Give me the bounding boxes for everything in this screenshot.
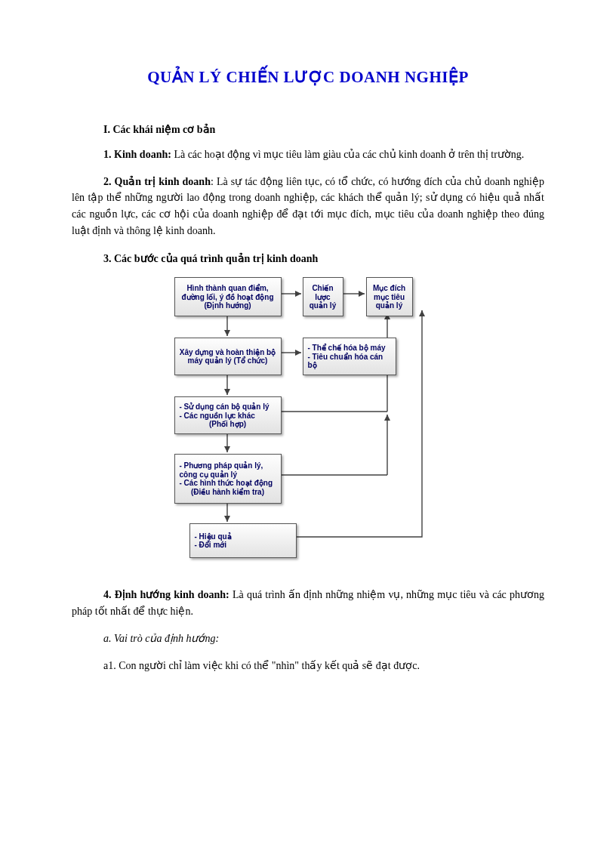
sub-a1: a1. Con người chỉ làm việc khi có thể "n… xyxy=(72,658,544,674)
flow-box-7-l3: (Điều hành kiểm tra) xyxy=(180,488,276,497)
flow-box-4: Xây dựng và hoàn thiện bộ máy quản lý (T… xyxy=(174,338,282,375)
flowchart-container: Hình thành quan điểm, đường lối, ý đồ ho… xyxy=(72,276,544,570)
flow-box-4-text: Xây dựng và hoàn thiện bộ máy quản lý (T… xyxy=(180,348,276,365)
flow-box-1: Hình thành quan điểm, đường lối, ý đồ ho… xyxy=(174,277,282,316)
document-page: QUẢN LÝ CHIẾN LƯỢC DOANH NGHIỆP I. Các k… xyxy=(0,0,616,729)
flow-box-5: - Thể chế hóa bộ máy - Tiêu chuẩn hóa cá… xyxy=(303,338,396,375)
flow-box-5-l1: - Thể chế hóa bộ máy xyxy=(308,344,391,353)
def2-label: 2. Quản trị kinh doanh xyxy=(103,176,211,187)
flow-box-6-l3: (Phối hợp) xyxy=(180,420,276,429)
flow-box-8-l1: - Hiệu quả xyxy=(195,532,291,541)
def4-label: 4. Định hướng kinh doanh: xyxy=(103,589,229,600)
flow-box-8: - Hiệu quả - Đổi mới xyxy=(189,523,297,558)
flow-box-7-l2: - Các hình thức hoạt động xyxy=(180,479,276,488)
flow-box-1-text: Hình thành quan điểm, đường lối, ý đồ ho… xyxy=(180,284,276,310)
definition-2: 2. Quản trị kinh doanh: Là sự tác động l… xyxy=(72,174,544,239)
flow-box-2: Chiến lược quản lý xyxy=(303,277,343,316)
flow-box-8-l2: - Đổi mới xyxy=(195,541,291,550)
sub-a1-text: a1. Con người chỉ làm việc khi có thể "n… xyxy=(103,660,420,671)
flow-box-5-l2: - Tiêu chuẩn hóa cán bộ xyxy=(308,353,391,370)
flow-box-3-text: Mục đích mục tiêu quản lý xyxy=(371,284,408,310)
flow-box-7: - Phương pháp quản lý, công cụ quản lý -… xyxy=(174,454,282,504)
document-title: QUẢN LÝ CHIẾN LƯỢC DOANH NGHIỆP xyxy=(72,68,544,87)
def1-label: 1. Kinh doanh: xyxy=(103,149,171,160)
flow-box-6: - Sử dụng cán bộ quản lý - Các nguồn lực… xyxy=(174,396,282,434)
def1-text: Là các hoạt động vì mục tiêu làm giàu củ… xyxy=(171,149,524,160)
definition-3-heading: 3. Các bước của quá trình quản trị kinh … xyxy=(72,252,544,265)
flow-box-7-l1: - Phương pháp quản lý, công cụ quản lý xyxy=(180,461,276,479)
sub-a: a. Vai trò của định hướng: xyxy=(72,631,544,647)
section-heading-1: I. Các khái niệm cơ bản xyxy=(72,123,544,136)
definition-1: 1. Kinh doanh: Là các hoạt động vì mục t… xyxy=(72,146,544,163)
definition-4: 4. Định hướng kinh doanh: Là quá trình ấ… xyxy=(72,587,544,619)
flow-box-6-l1: - Sử dụng cán bộ quản lý xyxy=(180,402,276,412)
flow-box-2-text: Chiến lược quản lý xyxy=(308,284,338,310)
flowchart: Hình thành quan điểm, đường lối, ý đồ ho… xyxy=(159,276,457,570)
flow-box-6-l2: - Các nguồn lực khác xyxy=(180,412,276,421)
flow-box-3: Mục đích mục tiêu quản lý xyxy=(366,277,413,316)
sub-a-text: a. Vai trò của định hướng: xyxy=(103,633,219,644)
